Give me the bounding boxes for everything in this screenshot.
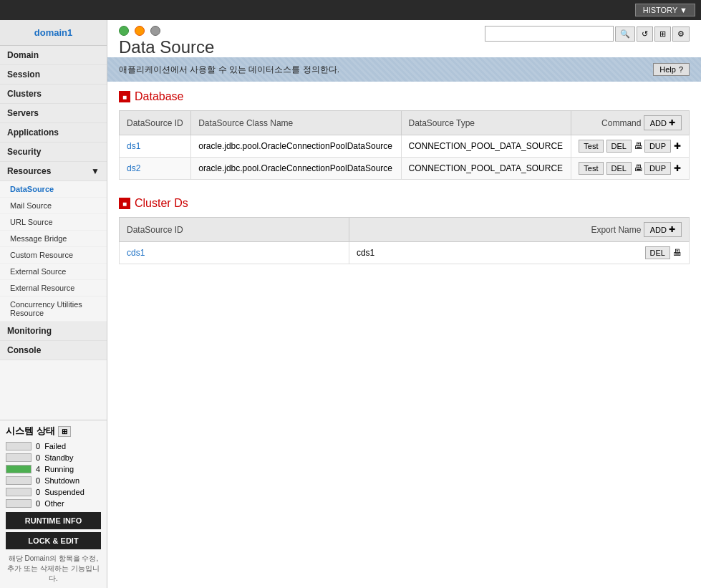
page-title: Data Source (119, 37, 214, 57)
database-table: DataSource ID DataSource Class Name Data… (119, 110, 690, 180)
search-input[interactable] (485, 26, 614, 42)
refresh-button[interactable]: ↺ (637, 26, 653, 42)
search-bar: 🔍 ↺ ⊞ ⚙ (485, 26, 690, 42)
ds1-id-cell: ds1 (120, 135, 191, 158)
database-section-title: ■ Database (119, 90, 690, 103)
ds2-del-button[interactable]: DEL (606, 162, 632, 175)
cds1-link[interactable]: cds1 (127, 248, 145, 258)
ds2-dup-icon: ✚ (674, 163, 681, 173)
sidebar-sub-mailsource[interactable]: Mail Source (0, 198, 107, 214)
status-bar-shutdown (6, 476, 32, 485)
status-row-suspended: 0 Suspended (6, 486, 101, 498)
resources-label: Resources (7, 166, 51, 176)
status-count-running: 4 (36, 465, 40, 473)
ds2-del-icon: 🖶 (634, 163, 643, 173)
status-label-running: Running (44, 465, 74, 473)
sidebar-sub-urlsource[interactable]: URL Source (0, 214, 107, 231)
lock-edit-button[interactable]: LOCK & EDIT (6, 532, 101, 549)
sidebar-sub-datasource[interactable]: DataSource (0, 181, 107, 198)
sidebar-sub-externalsource[interactable]: External Source (0, 264, 107, 280)
system-status-title: 시스템 상태 ⊞ (6, 425, 101, 438)
top-bar: HISTORY ▼ (0, 0, 701, 20)
status-count-other: 0 (36, 499, 40, 508)
status-row-other: 0 Other (6, 498, 101, 509)
cds1-del-icon: 🖶 (673, 248, 682, 258)
status-label-shutdown: Shutdown (44, 476, 79, 485)
sidebar-sub-messagebridge[interactable]: Message Bridge (0, 231, 107, 247)
sidebar-item-applications[interactable]: Applications (0, 123, 107, 143)
database-section: ■ Database DataSource ID DataSource Clas… (107, 82, 701, 188)
cluster-add-button[interactable]: ADD ✚ (644, 222, 682, 237)
sidebar: domain1 Domain Session Clusters Servers … (0, 20, 107, 588)
settings-button[interactable]: ⚙ (672, 26, 690, 42)
info-text: 애플리케이션에서 사용할 수 있는 데이터소스를 정의한다. (119, 64, 339, 76)
db-col-id: DataSource ID (120, 111, 191, 135)
status-count-failed: 0 (36, 442, 40, 450)
ds1-link[interactable]: ds1 (127, 141, 140, 151)
status-row-running: 4 Running (6, 463, 101, 475)
ds1-command-cell: Test DEL 🖶 DUP ✚ (571, 135, 690, 158)
sidebar-sub-externalresource[interactable]: External Resource (0, 280, 107, 297)
content-area: Data Source 🔍 ↺ ⊞ ⚙ 애플리케이션에서 사용할 수 있는 데이… (107, 20, 701, 588)
sidebar-sub-concurrency[interactable]: Concurrency Utilities Resource (0, 297, 107, 322)
sidebar-item-monitoring[interactable]: Monitoring (0, 322, 107, 341)
status-row-shutdown: 0 Shutdown (6, 475, 101, 486)
system-status: 시스템 상태 ⊞ 0 Failed 0 Standby (0, 420, 107, 588)
cds1-id-cell: cds1 (120, 242, 349, 264)
ds2-dup-button[interactable]: DUP (644, 162, 671, 175)
info-bar: 애플리케이션에서 사용할 수 있는 데이터소스를 정의한다. Help ? (107, 57, 701, 82)
circle-orange (135, 26, 145, 36)
ds1-dup-button[interactable]: DUP (644, 140, 671, 153)
export-button[interactable]: ⊞ (654, 26, 671, 42)
table-row: cds1 cds1 DEL 🖶 (120, 242, 690, 264)
ds1-del-icon: 🖶 (634, 141, 643, 151)
sidebar-domain[interactable]: domain1 (0, 20, 107, 46)
sidebar-item-domain[interactable]: Domain (0, 46, 107, 65)
status-bar-running (6, 465, 32, 473)
sidebar-item-session[interactable]: Session (0, 65, 107, 85)
sidebar-item-clusters[interactable]: Clusters (0, 85, 107, 104)
main-layout: domain1 Domain Session Clusters Servers … (0, 20, 701, 588)
ds1-dup-icon: ✚ (674, 141, 681, 151)
help-button[interactable]: Help ? (653, 63, 690, 76)
status-bar-standby (6, 453, 32, 462)
ds2-link[interactable]: ds2 (127, 163, 140, 173)
database-add-button[interactable]: ADD ✚ (644, 115, 682, 130)
ds2-command-cell: Test DEL 🖶 DUP ✚ (571, 158, 690, 180)
sidebar-item-security[interactable]: Security (0, 143, 107, 162)
ds2-test-button[interactable]: Test (579, 162, 603, 175)
help-icon: ? (679, 65, 683, 74)
database-section-icon: ■ (119, 91, 130, 102)
runtime-info-button[interactable]: RUNTIME INFO (6, 512, 101, 529)
history-button[interactable]: HISTORY ▼ (635, 4, 695, 16)
sidebar-item-resources[interactable]: Resources ▼ (0, 162, 107, 181)
cluster-section-icon: ■ (119, 198, 130, 209)
ds1-del-button[interactable]: DEL (606, 140, 632, 153)
status-row-failed: 0 Failed (6, 440, 101, 452)
db-col-type: DataSource Type (401, 111, 571, 135)
status-icon[interactable]: ⊞ (58, 426, 71, 437)
sidebar-item-servers[interactable]: Servers (0, 104, 107, 123)
cds-col-id: DataSource ID (120, 218, 349, 242)
ds1-test-button[interactable]: Test (579, 140, 603, 153)
sidebar-item-console[interactable]: Console (0, 341, 107, 360)
cds-col-export: Export Name ADD ✚ (349, 218, 689, 242)
status-bar-suspended (6, 488, 32, 496)
ds1-type-cell: CONNECTION_POOL_DATA_SOURCE (401, 135, 571, 158)
db-col-command: Command ADD ✚ (571, 111, 690, 135)
status-count-suspended: 0 (36, 488, 40, 496)
cds1-del-button[interactable]: DEL (645, 246, 670, 259)
search-button[interactable]: 🔍 (615, 26, 635, 42)
sidebar-sub-customresource[interactable]: Custom Resource (0, 247, 107, 264)
circle-gray (150, 26, 160, 36)
ds2-id-cell: ds2 (120, 158, 191, 180)
ds1-classname-cell: oracle.jdbc.pool.OracleConnectionPoolDat… (191, 135, 401, 158)
circle-green (119, 26, 129, 36)
table-row: ds1 oracle.jdbc.pool.OracleConnectionPoo… (120, 135, 690, 158)
cluster-section-title: ■ Cluster Ds (119, 197, 690, 210)
status-bar-failed (6, 442, 32, 450)
db-col-classname: DataSource Class Name (191, 111, 401, 135)
cluster-add-icon: ✚ (669, 225, 675, 234)
cluster-section: ■ Cluster Ds DataSource ID Export Name A… (107, 188, 701, 273)
ds2-type-cell: CONNECTION_POOL_DATA_SOURCE (401, 158, 571, 180)
